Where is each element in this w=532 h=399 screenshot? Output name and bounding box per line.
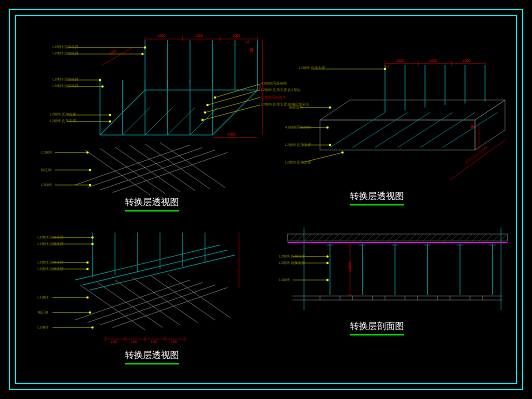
svg-point-125: [86, 296, 88, 298]
svg-line-110: [80, 285, 145, 330]
svg-rect-65: [320, 120, 475, 150]
svg-line-147: [353, 234, 360, 241]
d3-label: L2纲纬 距加支撑: [38, 260, 64, 265]
d1-label: L2纲纬 距加支撑: [50, 118, 76, 124]
diagram-2: [300, 61, 505, 180]
svg-line-154: [402, 234, 409, 241]
svg-rect-137: [288, 234, 508, 241]
d1-label-red: L2钢纬同丝降吊: [261, 95, 286, 100]
svg-line-2: [212, 90, 258, 135]
d2-label: 4:8钢丝同纵钢丝: [285, 125, 311, 130]
svg-line-115: [168, 274, 230, 318]
svg-point-129: [92, 326, 94, 328]
d1-label: L2纲纬 距加支撑: [52, 84, 78, 88]
d3-label: L2纲纬 距加支撑: [38, 235, 64, 240]
svg-point-121: [86, 262, 88, 264]
svg-line-151: [381, 234, 388, 241]
svg-line-149: [367, 234, 374, 241]
svg-point-202: [326, 279, 328, 281]
svg-line-106: [75, 280, 190, 320]
svg-line-150: [374, 234, 381, 241]
svg-point-36: [99, 79, 101, 81]
diagram-canvas: [0, 0, 532, 399]
svg-line-144: [332, 234, 339, 241]
d1-label: L2纲纬 距加支撑: [52, 44, 78, 50]
d1-dim: 1000: [195, 34, 203, 38]
svg-point-89: [342, 152, 344, 154]
svg-point-83: [329, 106, 331, 108]
svg-point-40: [109, 114, 111, 116]
d1-label: L2纲纬 距加支撑: [50, 112, 76, 117]
d1-label: L2纲纬 距加支撑: [52, 51, 78, 56]
svg-line-141: [311, 234, 318, 241]
svg-line-47: [205, 98, 260, 112]
d1-label: 4:8钢丝同纵钢丝: [261, 81, 287, 86]
svg-line-20: [190, 108, 218, 135]
d4-label: L2纲纬 距加支撑: [279, 254, 305, 259]
d1-vert-label: 纬吊平成距 转换层: [249, 45, 254, 46]
svg-point-48: [204, 112, 206, 114]
svg-point-200: [326, 262, 328, 264]
d3-dim: L00: [131, 340, 137, 344]
svg-line-75: [352, 112, 408, 148]
svg-point-198: [326, 256, 328, 258]
svg-line-18: [145, 108, 172, 135]
svg-line-142: [318, 234, 325, 241]
d1-dim: 1000: [232, 34, 240, 38]
svg-point-34: [142, 53, 144, 55]
diagram-3: [52, 232, 239, 342]
title-2: 转换层透视图: [350, 190, 404, 206]
svg-line-148: [360, 234, 367, 241]
svg-point-42: [109, 120, 111, 122]
d1-dim: 1000: [158, 34, 166, 38]
d4-dim: ≤1800: [348, 262, 352, 272]
svg-point-87: [329, 144, 331, 146]
svg-line-161: [451, 234, 458, 241]
svg-line-156: [416, 234, 423, 241]
svg-line-139: [297, 234, 304, 241]
svg-line-160: [444, 234, 451, 241]
d2-dim: 1000: [396, 59, 404, 62]
svg-line-159: [437, 234, 444, 241]
svg-point-54: [89, 169, 91, 171]
d1-label: 钢正钢: [41, 168, 52, 172]
svg-line-24: [112, 152, 228, 192]
svg-line-98: [82, 250, 228, 285]
d2-dim: 1000: [462, 59, 470, 62]
svg-line-76: [375, 112, 430, 148]
svg-line-109: [112, 288, 228, 328]
svg-line-113: [132, 278, 198, 322]
svg-line-163: [465, 234, 472, 241]
svg-point-85: [326, 126, 328, 128]
svg-line-166: [486, 234, 493, 241]
d3-label: 钢正钢: [38, 310, 48, 315]
d2-vert-label: 纬吊平成距 转换层: [470, 122, 474, 124]
svg-line-17: [122, 108, 150, 135]
svg-line-29: [145, 144, 210, 189]
svg-line-30: [160, 142, 225, 188]
svg-line-111: [98, 282, 162, 328]
svg-line-143: [325, 234, 332, 241]
d2-label: L2纲纬 距加支撑: [299, 66, 325, 70]
svg-point-38: [102, 86, 104, 88]
d1-dim: 14: [245, 40, 249, 44]
d1-label: L1钢纬: [41, 150, 52, 155]
svg-line-77: [398, 112, 452, 148]
svg-line-145: [339, 234, 346, 241]
svg-line-49: [202, 105, 260, 120]
svg-line-23: [100, 150, 215, 190]
svg-line-165: [479, 234, 486, 241]
title-1: 转换层透视图: [125, 196, 179, 212]
svg-line-146: [346, 234, 353, 241]
d1-label: L2纲纬 距加支撑: [52, 77, 78, 82]
svg-point-46: [206, 104, 208, 106]
svg-line-27: [115, 147, 180, 192]
svg-line-28: [130, 146, 195, 190]
svg-line-78: [420, 112, 475, 148]
svg-marker-67: [475, 100, 505, 150]
svg-line-167: [493, 234, 500, 241]
d3-label: L2纲纬 距加支撑: [38, 266, 64, 272]
d2-label: L2纲纬 距加支撑: [285, 160, 311, 165]
svg-line-164: [472, 234, 479, 241]
svg-point-56: [89, 184, 91, 186]
